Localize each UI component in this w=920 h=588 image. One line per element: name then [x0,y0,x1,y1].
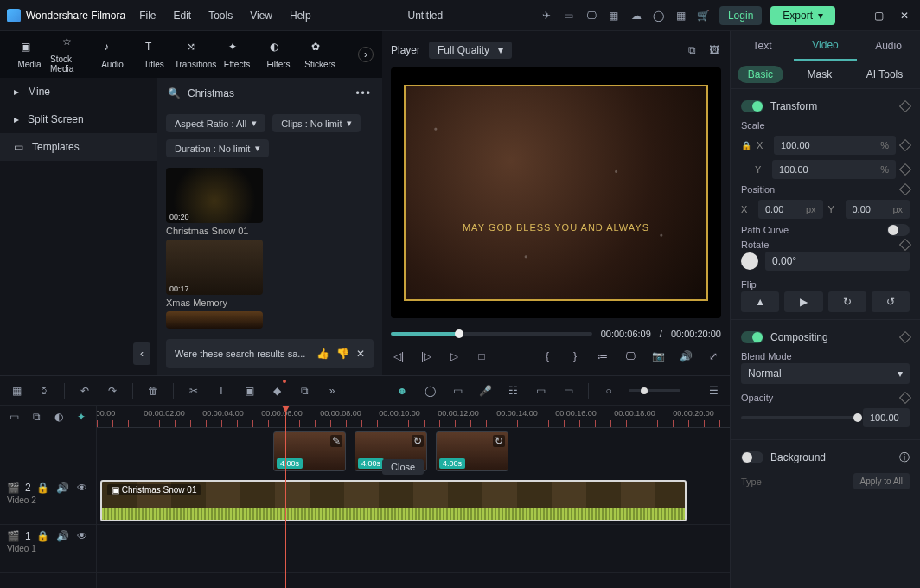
circle-icon[interactable]: ◯ [422,383,438,399]
template-thumb[interactable]: 00:17 Xmas Memory [166,240,263,308]
lock-icon[interactable]: 🔒 [741,141,751,150]
pos-x-input[interactable]: 0.00px [758,200,823,219]
rotate-input[interactable]: 0.00° [765,252,910,271]
tab-effects[interactable]: ✦Effects [216,41,258,69]
compositing-toggle[interactable] [741,331,763,343]
next-frame-button[interactable]: |▷ [418,348,434,364]
cart-icon[interactable]: 🛒 [697,9,711,22]
mixer-icon[interactable]: ☷ [505,383,521,399]
video-track-2[interactable]: ▣ Christmas Snow 01 Close [97,476,730,525]
mute-icon[interactable]: 🔊 [55,528,69,544]
info-icon[interactable]: ⓘ [899,451,910,465]
tab-transitions[interactable]: ⤭Transitions [175,41,216,69]
rotate-dial[interactable] [741,252,758,270]
insp-tab-audio[interactable]: Audio [857,31,920,61]
tab-stock[interactable]: ☆Stock Media [50,35,92,74]
close-button[interactable]: ✕ [896,7,913,24]
adjust-icon[interactable]: ▭ [7,409,22,425]
keyframe-diamond[interactable] [899,163,911,176]
subtab-ai[interactable]: AI Tools [856,66,913,83]
pos-y-input[interactable]: 0.00px [846,200,910,219]
keyframe-diamond[interactable] [899,392,911,404]
filter-clips[interactable]: Clips : No limit▾ [272,114,361,132]
eye-icon[interactable]: 👁 [75,480,89,495]
fullscreen-icon[interactable]: ⤢ [706,348,721,364]
export-button[interactable]: Export▾ [770,6,835,25]
subtab-mask[interactable]: Mask [797,66,843,83]
screen-icon[interactable]: 🖵 [623,348,638,364]
minimize-button[interactable]: ─ [844,7,861,24]
maximize-button[interactable]: ▢ [870,7,887,24]
background-toggle[interactable] [741,451,763,463]
crop-button[interactable]: ▣ [241,383,257,399]
keyframe-diamond[interactable] [899,139,911,151]
main-clip[interactable]: ▣ Christmas Snow 01 [100,480,687,521]
timeline-ruler[interactable]: 00:00 00:00:02:00 00:00:04:00 00:00:06:0… [97,406,730,428]
subtab-basic[interactable]: Basic [738,66,783,83]
thumbs-up-icon[interactable]: 👍 [316,348,329,360]
template-thumb[interactable] [166,311,263,329]
filter-duration[interactable]: Duration : No limit▾ [166,139,269,157]
auto-ripple-icon[interactable]: ✦ [73,409,89,425]
auto-icon[interactable]: ◐ [52,409,67,425]
opacity-slider[interactable] [741,416,858,419]
tab-stickers[interactable]: ✿Stickers [299,41,341,69]
text-button[interactable]: T [214,383,229,399]
device-icon[interactable]: ▭ [562,9,576,22]
filter-aspect[interactable]: Aspect Ratio : All▾ [166,114,265,132]
keyframe-button[interactable]: ◆ [269,383,284,399]
tab-filters[interactable]: ◐Filters [258,41,299,69]
eye-icon[interactable]: 👁 [75,528,89,544]
more-options[interactable]: ••• [355,87,372,99]
template-thumb[interactable]: 00:20 Christmas Snow 01 [166,168,263,236]
tab-media[interactable]: ▣Media [9,41,50,69]
menu-file[interactable]: File [139,10,156,22]
play-button[interactable]: ▷ [446,348,462,364]
flip-h-button[interactable]: ▲ [741,291,779,312]
sidebar-item-templates[interactable]: ▭Templates [0,133,157,161]
menu-edit[interactable]: Edit [174,10,192,22]
insp-tab-video[interactable]: Video [794,31,857,61]
render-icon[interactable]: ▭ [450,383,465,399]
volume-icon[interactable]: 🔊 [678,348,693,364]
marker-icon[interactable]: ▭ [533,383,548,399]
undo-button[interactable]: ↶ [77,383,93,399]
menu-help[interactable]: Help [290,10,311,22]
thumbs-down-icon[interactable]: 👎 [336,348,349,360]
list-icon[interactable]: ≔ [595,348,610,364]
search-input[interactable] [188,87,348,99]
snapshot-icon[interactable]: 📷 [650,348,666,364]
path-curve-toggle[interactable] [887,224,910,236]
menu-tools[interactable]: Tools [208,10,233,22]
prev-frame-button[interactable]: ◁| [391,348,406,364]
tab-titles[interactable]: TTitles [133,41,175,69]
flip-v-button[interactable]: ▶ [784,291,822,312]
rotate-ccw-button[interactable]: ↺ [872,291,910,312]
insp-tab-text[interactable]: Text [731,31,794,61]
rotate-cw-button[interactable]: ↻ [828,291,866,312]
tab-audio[interactable]: ♪Audio [92,41,133,69]
grid-icon[interactable]: ▦ [9,383,24,399]
opacity-input[interactable]: 100.00 [863,408,910,427]
grid-icon[interactable]: ▦ [674,9,688,22]
split-button[interactable]: ✂ [186,383,201,399]
more-tools[interactable]: » [324,383,340,399]
mark-out-button[interactable]: } [567,348,583,364]
cloud-icon[interactable]: ☁ [629,9,643,22]
video-preview[interactable]: MAY GOD BLESS YOU AND ALWAYS [391,67,721,318]
compare-icon[interactable]: ⧉ [685,43,699,57]
redo-button[interactable]: ↷ [105,383,120,399]
timeline-tracks[interactable]: 00:00 00:00:02:00 00:00:04:00 00:00:06:0… [97,406,730,588]
mark-in-button[interactable]: { [540,348,555,364]
menu-view[interactable]: View [250,10,272,22]
video-track-1[interactable] [97,525,730,573]
zoom-slider[interactable] [629,389,680,392]
progress-bar[interactable] [391,332,592,336]
back-button[interactable]: ‹ [133,342,150,365]
lock-icon[interactable]: 🔒 [36,480,50,495]
close-icon[interactable]: ✕ [356,348,365,360]
monitor-icon[interactable]: 🖵 [585,9,598,22]
delete-button[interactable]: 🗑 [145,383,161,399]
tabs-scroll-right[interactable]: › [358,47,374,62]
stop-button[interactable]: □ [474,348,489,364]
